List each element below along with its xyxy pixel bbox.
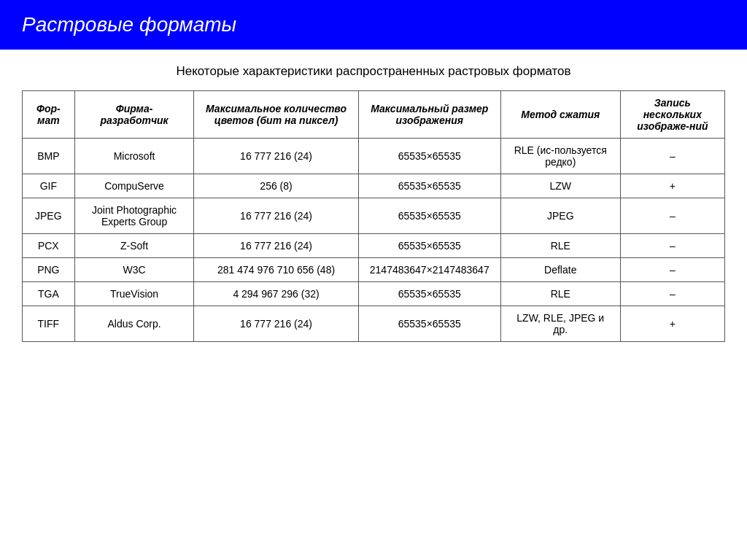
cell-size: 65535×65535 bbox=[358, 139, 500, 174]
cell-company: Aldus Corp. bbox=[74, 306, 194, 342]
cell-colors: 256 (8) bbox=[194, 174, 358, 198]
cell-multi: + bbox=[620, 306, 724, 342]
cell-multi: – bbox=[620, 258, 724, 282]
col-header-compress: Метод сжатия bbox=[500, 91, 620, 139]
table-row: PCXZ-Soft16 777 216 (24)65535×65535RLE– bbox=[23, 234, 725, 258]
cell-multi: – bbox=[620, 234, 724, 258]
cell-size: 65535×65535 bbox=[358, 234, 500, 258]
formats-table: Фор-мат Фирма-разработчик Максимальное к… bbox=[22, 90, 725, 342]
table-row: TIFFAldus Corp.16 777 216 (24)65535×6553… bbox=[23, 306, 725, 342]
cell-format: BMP bbox=[23, 139, 75, 174]
cell-company: CompuServe bbox=[74, 174, 194, 198]
cell-multi: + bbox=[620, 174, 724, 198]
col-header-multi: Запись нескольких изображе-ний bbox=[620, 91, 724, 139]
table-row: TGATrueVision4 294 967 296 (32)65535×655… bbox=[23, 282, 725, 306]
cell-company: Z-Soft bbox=[74, 234, 194, 258]
cell-compress: RLE bbox=[500, 282, 620, 306]
cell-size: 65535×65535 bbox=[358, 282, 500, 306]
cell-compress: RLE (ис-пользуется редко) bbox=[500, 139, 620, 174]
cell-multi: – bbox=[620, 198, 724, 234]
table-header-row: Фор-мат Фирма-разработчик Максимальное к… bbox=[23, 91, 725, 139]
table-row: GIFCompuServe256 (8)65535×65535LZW+ bbox=[23, 174, 725, 198]
cell-compress: JPEG bbox=[500, 198, 620, 234]
cell-colors: 16 777 216 (24) bbox=[194, 139, 358, 174]
cell-multi: – bbox=[620, 139, 724, 174]
col-header-company: Фирма-разработчик bbox=[74, 91, 194, 139]
main-content: Некоторые характеристики распространенны… bbox=[0, 64, 747, 342]
col-header-size: Максимальный размер изображения bbox=[358, 91, 500, 139]
col-header-colors: Максимальное количество цветов (бит на п… bbox=[194, 91, 358, 139]
cell-colors: 4 294 967 296 (32) bbox=[194, 282, 358, 306]
page-header: Растровые форматы bbox=[0, 0, 747, 50]
cell-multi: – bbox=[620, 282, 724, 306]
cell-size: 2147483647×2147483647 bbox=[358, 258, 500, 282]
cell-colors: 16 777 216 (24) bbox=[194, 198, 358, 234]
cell-format: GIF bbox=[23, 174, 75, 198]
cell-format: PCX bbox=[23, 234, 75, 258]
cell-company: Joint Photographic Experts Group bbox=[74, 198, 194, 234]
table-row: PNGW3C281 474 976 710 656 (48)2147483647… bbox=[23, 258, 725, 282]
cell-compress: LZW bbox=[500, 174, 620, 198]
cell-format: JPEG bbox=[23, 198, 75, 234]
cell-colors: 16 777 216 (24) bbox=[194, 234, 358, 258]
cell-company: TrueVision bbox=[74, 282, 194, 306]
cell-compress: RLE bbox=[500, 234, 620, 258]
table-row: JPEGJoint Photographic Experts Group16 7… bbox=[23, 198, 725, 234]
cell-compress: Deflate bbox=[500, 258, 620, 282]
cell-size: 65535×65535 bbox=[358, 174, 500, 198]
cell-size: 65535×65535 bbox=[358, 198, 500, 234]
cell-company: Microsoft bbox=[74, 139, 194, 174]
page-title: Растровые форматы bbox=[22, 13, 725, 36]
cell-format: TGA bbox=[23, 282, 75, 306]
cell-colors: 281 474 976 710 656 (48) bbox=[194, 258, 358, 282]
cell-company: W3C bbox=[74, 258, 194, 282]
cell-format: TIFF bbox=[23, 306, 75, 342]
cell-size: 65535×65535 bbox=[358, 306, 500, 342]
cell-colors: 16 777 216 (24) bbox=[194, 306, 358, 342]
table-subtitle: Некоторые характеристики распространенны… bbox=[22, 64, 725, 79]
cell-compress: LZW, RLE, JPEG и др. bbox=[500, 306, 620, 342]
cell-format: PNG bbox=[23, 258, 75, 282]
col-header-format: Фор-мат bbox=[23, 91, 75, 139]
table-row: BMPMicrosoft16 777 216 (24)65535×65535RL… bbox=[23, 139, 725, 174]
